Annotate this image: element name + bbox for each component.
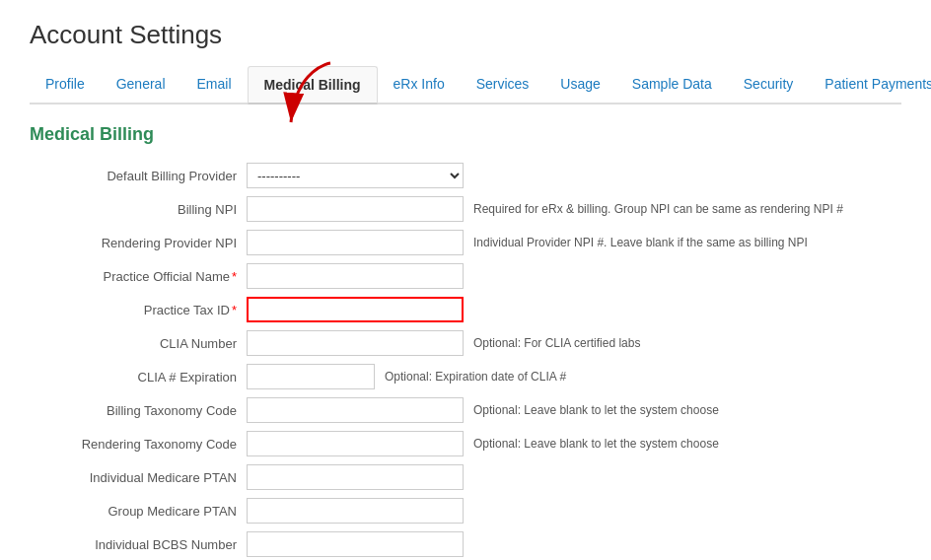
rendering-taxonomy-code-row: Rendering Taxonomy Code Optional: Leave … (30, 431, 901, 456)
rendering-provider-npi-label: Rendering Provider NPI (30, 236, 247, 250)
tab-bar: Profile General Email Medical Billing eR… (30, 66, 901, 105)
billing-taxonomy-code-label: Billing Taxonomy Code (30, 403, 247, 418)
clia-expiration-label: CLIA # Expiration (30, 370, 247, 385)
required-star: * (232, 269, 237, 284)
billing-taxonomy-code-hint: Optional: Leave blank to let the system … (473, 403, 719, 417)
clia-expiration-input[interactable] (247, 364, 375, 389)
billing-taxonomy-code-input[interactable] (247, 397, 464, 423)
practice-tax-id-label: Practice Tax ID* (30, 303, 247, 317)
rendering-provider-npi-row: Rendering Provider NPI Individual Provid… (30, 230, 901, 255)
individual-medicare-ptan-input[interactable] (247, 464, 464, 490)
rendering-taxonomy-code-input[interactable] (247, 431, 464, 456)
default-billing-provider-label: Default Billing Provider (30, 169, 247, 183)
tab-medical-billing[interactable]: Medical Billing (248, 66, 378, 105)
group-medicare-ptan-label: Group Medicare PTAN (30, 504, 247, 519)
clia-number-label: CLIA Number (30, 336, 247, 351)
tab-profile[interactable]: Profile (30, 66, 101, 105)
required-star-tax: * (232, 303, 237, 317)
tab-security[interactable]: Security (728, 66, 810, 105)
individual-bcbs-number-input[interactable] (247, 531, 464, 557)
clia-expiration-row: CLIA # Expiration Optional: Expiration d… (30, 364, 901, 389)
tab-services[interactable]: Services (461, 66, 545, 105)
group-medicare-ptan-input[interactable] (247, 498, 464, 524)
rendering-taxonomy-code-label: Rendering Taxonomy Code (30, 437, 247, 452)
tab-erx-info[interactable]: eRx Info (378, 66, 461, 105)
billing-taxonomy-code-row: Billing Taxonomy Code Optional: Leave bl… (30, 397, 901, 423)
tab-email[interactable]: Email (181, 66, 248, 105)
clia-expiration-hint: Optional: Expiration date of CLIA # (385, 370, 566, 384)
rendering-taxonomy-code-hint: Optional: Leave blank to let the system … (473, 437, 719, 451)
individual-medicare-ptan-label: Individual Medicare PTAN (30, 470, 247, 485)
rendering-provider-npi-input[interactable] (247, 230, 464, 255)
practice-tax-id-input[interactable] (247, 297, 464, 322)
billing-npi-hint: Required for eRx & billing. Group NPI ca… (473, 202, 843, 216)
clia-number-row: CLIA Number Optional: For CLIA certified… (30, 330, 901, 356)
default-billing-provider-select[interactable]: ---------- (247, 163, 464, 188)
individual-medicare-ptan-row: Individual Medicare PTAN (30, 464, 901, 490)
page-title: Account Settings (30, 20, 901, 50)
individual-bcbs-number-label: Individual BCBS Number (30, 537, 247, 552)
tab-general[interactable]: General (101, 66, 181, 105)
practice-official-name-row: Practice Official Name* (30, 263, 901, 289)
default-billing-provider-row: Default Billing Provider ---------- (30, 163, 901, 188)
tab-patient-payments[interactable]: Patient Payments (809, 66, 931, 105)
practice-official-name-input[interactable] (247, 263, 464, 289)
section-title: Medical Billing (30, 124, 901, 145)
billing-npi-label: Billing NPI (30, 202, 247, 217)
clia-number-input[interactable] (247, 330, 464, 356)
individual-bcbs-number-row: Individual BCBS Number (30, 531, 901, 557)
practice-official-name-label: Practice Official Name* (30, 269, 247, 284)
group-medicare-ptan-row: Group Medicare PTAN (30, 498, 901, 524)
practice-tax-id-row: Practice Tax ID* (30, 297, 901, 322)
medical-billing-section: Medical Billing Default Billing Provider… (30, 124, 901, 560)
tab-usage[interactable]: Usage (544, 66, 615, 105)
tab-sample-data[interactable]: Sample Data (616, 66, 728, 105)
rendering-provider-npi-hint: Individual Provider NPI #. Leave blank i… (473, 236, 808, 249)
billing-npi-row: Billing NPI Required for eRx & billing. … (30, 196, 901, 222)
billing-npi-input[interactable] (247, 196, 464, 222)
clia-number-hint: Optional: For CLIA certified labs (473, 336, 640, 350)
